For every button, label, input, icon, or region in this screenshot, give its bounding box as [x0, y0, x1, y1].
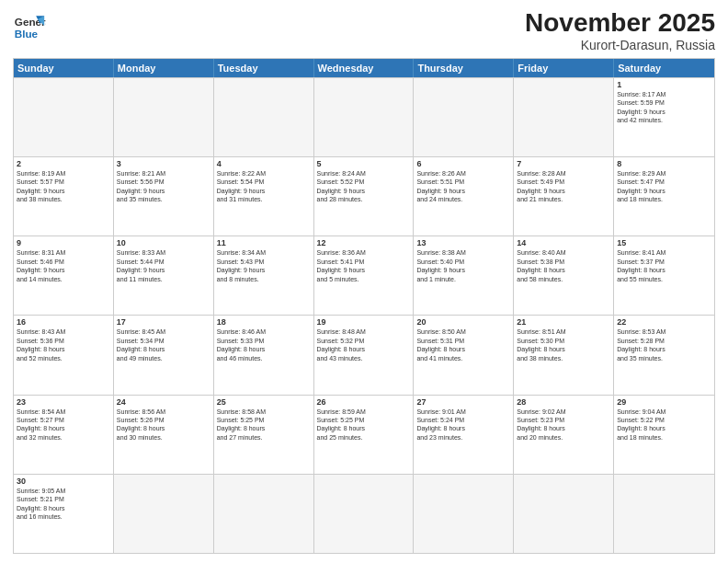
header-wednesday: Wednesday	[314, 59, 415, 77]
calendar-header: Sunday Monday Tuesday Wednesday Thursday…	[14, 59, 714, 77]
day-info: Sunrise: 8:29 AM Sunset: 5:47 PM Dayligh…	[617, 169, 711, 204]
day-number: 22	[617, 317, 711, 327]
logo-icon: General Blue	[13, 9, 46, 42]
day-number: 15	[617, 238, 711, 247]
day-info: Sunrise: 9:01 AM Sunset: 5:24 PM Dayligh…	[416, 408, 510, 442]
day-number: 10	[117, 238, 210, 247]
calendar-cell-27: 27Sunrise: 9:01 AM Sunset: 5:24 PM Dayli…	[414, 396, 514, 474]
day-info: Sunrise: 8:56 AM Sunset: 5:26 PM Dayligh…	[117, 408, 210, 442]
calendar-cell-2: 2Sunrise: 8:19 AM Sunset: 5:57 PM Daylig…	[14, 157, 114, 236]
title-block: November 2025 Kurort-Darasun, Russia	[525, 9, 715, 52]
day-info: Sunrise: 8:17 AM Sunset: 5:59 PM Dayligh…	[617, 90, 711, 125]
day-number: 14	[517, 238, 610, 247]
day-info: Sunrise: 8:34 AM Sunset: 5:43 PM Dayligh…	[217, 248, 311, 283]
day-info: Sunrise: 8:26 AM Sunset: 5:51 PM Dayligh…	[416, 169, 510, 204]
calendar: Sunday Monday Tuesday Wednesday Thursday…	[13, 58, 715, 554]
calendar-cell-empty	[114, 78, 214, 156]
calendar-cell-4: 4Sunrise: 8:22 AM Sunset: 5:54 PM Daylig…	[214, 157, 314, 236]
page: General Blue November 2025 Kurort-Darasu…	[0, 0, 728, 563]
calendar-week-6: 30Sunrise: 9:05 AM Sunset: 5:21 PM Dayli…	[14, 474, 714, 553]
calendar-cell-empty	[314, 78, 415, 156]
calendar-week-4: 16Sunrise: 8:43 AM Sunset: 5:36 PM Dayli…	[14, 315, 714, 394]
header-tuesday: Tuesday	[214, 59, 314, 77]
calendar-cell-26: 26Sunrise: 8:59 AM Sunset: 5:25 PM Dayli…	[314, 396, 415, 474]
day-info: Sunrise: 9:05 AM Sunset: 5:21 PM Dayligh…	[17, 487, 110, 522]
day-number: 19	[317, 317, 411, 327]
logo: General Blue	[13, 9, 46, 42]
day-info: Sunrise: 8:36 AM Sunset: 5:41 PM Dayligh…	[317, 248, 411, 283]
calendar-week-1: 1Sunrise: 8:17 AM Sunset: 5:59 PM Daylig…	[14, 77, 714, 156]
header-thursday: Thursday	[414, 59, 514, 77]
calendar-cell-empty	[14, 78, 114, 156]
calendar-cell-empty	[614, 475, 714, 553]
day-info: Sunrise: 8:58 AM Sunset: 5:25 PM Dayligh…	[217, 408, 311, 442]
calendar-cell-29: 29Sunrise: 9:04 AM Sunset: 5:22 PM Dayli…	[614, 396, 714, 474]
calendar-cell-15: 15Sunrise: 8:41 AM Sunset: 5:37 PM Dayli…	[614, 236, 714, 315]
day-info: Sunrise: 8:40 AM Sunset: 5:38 PM Dayligh…	[517, 248, 610, 283]
day-info: Sunrise: 8:45 AM Sunset: 5:34 PM Dayligh…	[117, 327, 210, 362]
day-number: 18	[217, 317, 311, 327]
day-info: Sunrise: 8:50 AM Sunset: 5:31 PM Dayligh…	[416, 327, 510, 362]
day-number: 3	[117, 159, 210, 168]
calendar-cell-12: 12Sunrise: 8:36 AM Sunset: 5:41 PM Dayli…	[314, 236, 415, 315]
calendar-cell-16: 16Sunrise: 8:43 AM Sunset: 5:36 PM Dayli…	[14, 316, 114, 394]
day-number: 13	[416, 238, 510, 247]
day-number: 25	[217, 397, 311, 407]
day-info: Sunrise: 8:38 AM Sunset: 5:40 PM Dayligh…	[416, 248, 510, 283]
day-info: Sunrise: 8:24 AM Sunset: 5:52 PM Dayligh…	[317, 169, 411, 204]
day-number: 9	[17, 238, 110, 247]
day-number: 27	[416, 397, 510, 407]
calendar-cell-13: 13Sunrise: 8:38 AM Sunset: 5:40 PM Dayli…	[414, 236, 514, 315]
day-number: 29	[617, 397, 711, 407]
day-number: 21	[517, 317, 610, 327]
day-number: 17	[117, 317, 210, 327]
calendar-cell-23: 23Sunrise: 8:54 AM Sunset: 5:27 PM Dayli…	[14, 396, 114, 474]
calendar-title: November 2025	[525, 9, 715, 38]
calendar-cell-empty	[514, 475, 614, 553]
calendar-cell-empty	[214, 475, 314, 553]
calendar-week-3: 9Sunrise: 8:31 AM Sunset: 5:46 PM Daylig…	[14, 236, 714, 315]
day-info: Sunrise: 8:48 AM Sunset: 5:32 PM Dayligh…	[317, 327, 411, 362]
calendar-cell-empty	[214, 78, 314, 156]
calendar-cell-7: 7Sunrise: 8:28 AM Sunset: 5:49 PM Daylig…	[514, 157, 614, 236]
day-info: Sunrise: 8:33 AM Sunset: 5:44 PM Dayligh…	[117, 248, 210, 283]
calendar-cell-30: 30Sunrise: 9:05 AM Sunset: 5:21 PM Dayli…	[14, 475, 114, 553]
header-saturday: Saturday	[614, 59, 714, 77]
calendar-cell-1: 1Sunrise: 8:17 AM Sunset: 5:59 PM Daylig…	[614, 78, 714, 156]
day-number: 24	[117, 397, 210, 407]
day-number: 28	[517, 397, 610, 407]
calendar-cell-empty	[114, 475, 214, 553]
calendar-week-5: 23Sunrise: 8:54 AM Sunset: 5:27 PM Dayli…	[14, 395, 714, 474]
day-number: 1	[617, 80, 711, 89]
day-number: 7	[517, 159, 610, 168]
calendar-cell-18: 18Sunrise: 8:46 AM Sunset: 5:33 PM Dayli…	[214, 316, 314, 394]
day-info: Sunrise: 8:41 AM Sunset: 5:37 PM Dayligh…	[617, 248, 711, 283]
calendar-body: 1Sunrise: 8:17 AM Sunset: 5:59 PM Daylig…	[14, 77, 714, 553]
calendar-cell-17: 17Sunrise: 8:45 AM Sunset: 5:34 PM Dayli…	[114, 316, 214, 394]
day-number: 4	[217, 159, 311, 168]
calendar-cell-empty	[514, 78, 614, 156]
calendar-cell-empty	[414, 475, 514, 553]
day-info: Sunrise: 8:28 AM Sunset: 5:49 PM Dayligh…	[517, 169, 610, 204]
calendar-cell-3: 3Sunrise: 8:21 AM Sunset: 5:56 PM Daylig…	[114, 157, 214, 236]
calendar-cell-10: 10Sunrise: 8:33 AM Sunset: 5:44 PM Dayli…	[114, 236, 214, 315]
day-number: 26	[317, 397, 411, 407]
day-info: Sunrise: 8:54 AM Sunset: 5:27 PM Dayligh…	[17, 408, 110, 442]
day-info: Sunrise: 8:59 AM Sunset: 5:25 PM Dayligh…	[317, 408, 411, 442]
calendar-cell-25: 25Sunrise: 8:58 AM Sunset: 5:25 PM Dayli…	[214, 396, 314, 474]
calendar-subtitle: Kurort-Darasun, Russia	[525, 38, 715, 52]
calendar-cell-6: 6Sunrise: 8:26 AM Sunset: 5:51 PM Daylig…	[414, 157, 514, 236]
calendar-cell-empty	[414, 78, 514, 156]
day-info: Sunrise: 8:51 AM Sunset: 5:30 PM Dayligh…	[517, 327, 610, 362]
day-number: 6	[416, 159, 510, 168]
day-number: 8	[617, 159, 711, 168]
day-info: Sunrise: 8:22 AM Sunset: 5:54 PM Dayligh…	[217, 169, 311, 204]
day-number: 11	[217, 238, 311, 247]
calendar-cell-28: 28Sunrise: 9:02 AM Sunset: 5:23 PM Dayli…	[514, 396, 614, 474]
day-number: 23	[17, 397, 110, 407]
day-number: 20	[416, 317, 510, 327]
calendar-cell-8: 8Sunrise: 8:29 AM Sunset: 5:47 PM Daylig…	[614, 157, 714, 236]
day-info: Sunrise: 8:21 AM Sunset: 5:56 PM Dayligh…	[117, 169, 210, 204]
day-number: 2	[17, 159, 110, 168]
calendar-week-2: 2Sunrise: 8:19 AM Sunset: 5:57 PM Daylig…	[14, 156, 714, 236]
